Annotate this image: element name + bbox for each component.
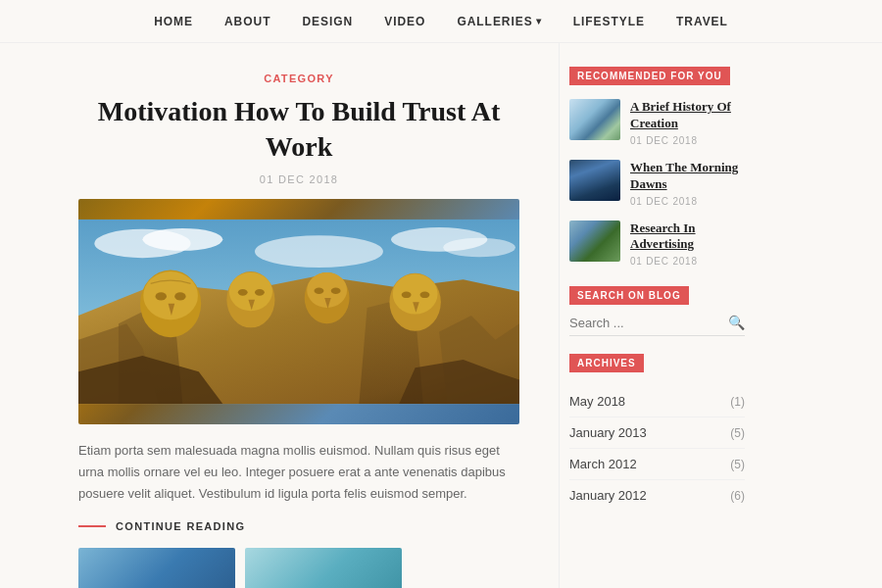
- search-title: Search On Blog: [569, 286, 689, 305]
- rec-date-3: 01 Dec 2018: [630, 256, 745, 267]
- svg-point-5: [443, 238, 515, 258]
- archive-label-2[interactable]: March 2012: [569, 457, 637, 471]
- recommended-title: Recommended For You: [569, 67, 730, 85]
- rec-thumb-2[interactable]: [569, 160, 620, 201]
- rec-thumb-3[interactable]: [569, 220, 620, 262]
- rec-title-2[interactable]: When The Morning Dawns: [630, 160, 745, 193]
- nav-home[interactable]: Home: [154, 15, 193, 28]
- rec-thumb-1[interactable]: [569, 99, 620, 140]
- list-item: Research In Advertising 01 Dec 2018: [569, 220, 745, 268]
- search-icon[interactable]: 🔍: [728, 315, 745, 331]
- content-area: Category Motivation How To Build Trust A…: [0, 43, 882, 588]
- list-item: January 2012 (6): [569, 480, 745, 511]
- svg-point-16: [238, 289, 248, 296]
- svg-point-27: [420, 291, 430, 298]
- rec-date-1: 01 Dec 2018: [630, 135, 745, 146]
- svg-point-3: [255, 235, 383, 268]
- sidebar: Recommended For You A Brief History Of C…: [559, 43, 764, 588]
- post-excerpt: Etiam porta sem malesuada magna mollis e…: [78, 440, 519, 505]
- rec-title-3[interactable]: Research In Advertising: [630, 220, 745, 254]
- list-item: A Brief History Of Creation 01 Dec 2018: [569, 99, 745, 146]
- nav-travel[interactable]: Travel: [676, 15, 728, 28]
- continue-reading-button[interactable]: Continue Reading: [78, 520, 519, 532]
- nav-about[interactable]: About: [224, 15, 270, 28]
- rec-date-2: 01 Dec 2018: [630, 196, 745, 207]
- archive-label-3[interactable]: January 2012: [569, 488, 647, 503]
- list-item: May 2018 (1): [569, 386, 745, 417]
- archive-count-0: (1): [730, 395, 745, 409]
- svg-point-17: [255, 289, 265, 296]
- svg-point-11: [156, 292, 167, 300]
- search-input[interactable]: [569, 316, 728, 330]
- category-label: Category: [78, 73, 519, 84]
- thumb-image-2[interactable]: [245, 548, 402, 588]
- main-content: Category Motivation How To Build Trust A…: [0, 43, 559, 588]
- recommended-list: A Brief History Of Creation 01 Dec 2018 …: [569, 99, 745, 267]
- search-box: 🔍: [569, 315, 745, 336]
- svg-point-21: [315, 287, 324, 294]
- svg-point-2: [142, 228, 222, 251]
- archives-title: Archives: [569, 354, 644, 372]
- archive-label-0[interactable]: May 2018: [569, 394, 625, 409]
- post-title: Motivation How To Build Trust At Work: [78, 94, 519, 166]
- archive-label-1[interactable]: January 2013: [569, 425, 647, 440]
- thumbnail-row: [78, 548, 519, 588]
- rec-info-1: A Brief History Of Creation 01 Dec 2018: [630, 99, 745, 146]
- nav-video[interactable]: Video: [384, 15, 425, 28]
- thumb-image-1[interactable]: [78, 548, 235, 588]
- rec-title-1[interactable]: A Brief History Of Creation: [630, 99, 745, 132]
- list-item: January 2013 (5): [569, 417, 745, 449]
- svg-point-12: [174, 292, 185, 300]
- archive-count-1: (5): [730, 426, 745, 440]
- rec-info-3: Research In Advertising 01 Dec 2018: [630, 220, 745, 268]
- main-nav: Home About Design Video Galleries Lifest…: [0, 0, 882, 43]
- nav-lifestyle[interactable]: Lifestyle: [573, 15, 645, 28]
- archives-section: Archives May 2018 (1) January 2013 (5) M…: [569, 354, 745, 511]
- list-item: When The Morning Dawns 01 Dec 2018: [569, 160, 745, 207]
- post-date: 01 Dec 2018: [78, 173, 519, 185]
- svg-point-26: [402, 291, 412, 298]
- archive-count-2: (5): [730, 458, 745, 471]
- search-section: Search On Blog 🔍: [569, 286, 745, 336]
- rec-info-2: When The Morning Dawns 01 Dec 2018: [630, 160, 745, 207]
- nav-design[interactable]: Design: [302, 15, 353, 28]
- continue-reading-label: Continue Reading: [116, 520, 245, 532]
- archives-list: May 2018 (1) January 2013 (5) March 2012…: [569, 386, 745, 511]
- nav-galleries[interactable]: Galleries: [457, 15, 541, 28]
- post-hero-image: [78, 199, 519, 424]
- svg-point-22: [331, 287, 341, 294]
- list-item: March 2012 (5): [569, 449, 745, 480]
- archive-count-3: (6): [730, 489, 745, 503]
